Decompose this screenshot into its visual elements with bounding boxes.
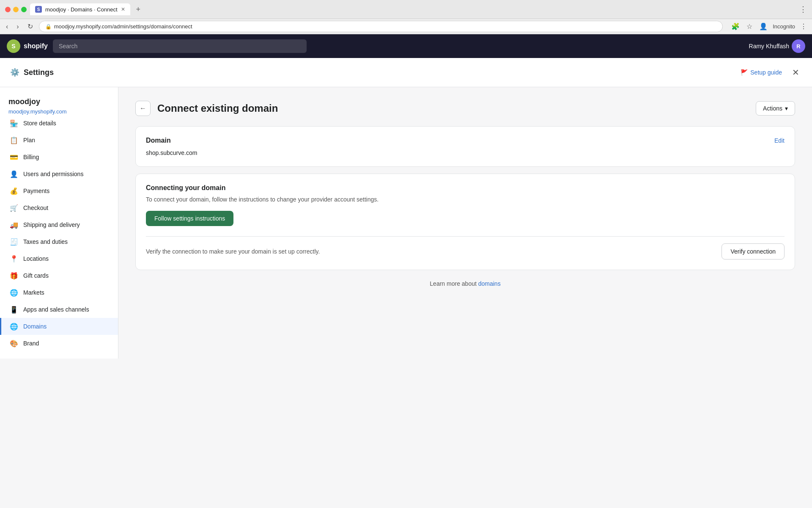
reload-btn[interactable]: ↻ — [25, 21, 36, 32]
apps-icon: 📱 — [10, 305, 18, 314]
sidebar-item-label: Plan — [23, 137, 35, 144]
connecting-section-title: Connecting your domain — [146, 184, 785, 192]
lock-icon: 🔒 — [45, 24, 52, 30]
billing-icon: 💳 — [10, 153, 18, 161]
verify-description: Verify the connection to make sure your … — [146, 247, 320, 256]
sidebar-item-taxes-duties[interactable]: 🧾 Taxes and duties — [0, 233, 118, 250]
learn-more-section: Learn more about domains — [135, 280, 795, 287]
new-tab-btn[interactable]: + — [134, 4, 143, 15]
sidebar-item-domains[interactable]: 🌐 Domains — [0, 318, 118, 335]
sidebar-item-checkout[interactable]: 🛒 Checkout — [0, 199, 118, 216]
domain-value: shop.subcurve.com — [146, 149, 785, 156]
profile-btn[interactable]: 👤 — [757, 21, 769, 32]
actions-button[interactable]: Actions ▾ — [756, 101, 795, 116]
sidebar-item-label: Shipping and delivery — [23, 221, 80, 228]
back-nav-btn[interactable]: ‹ — [3, 21, 11, 32]
page-header: ← Connect existing domain Actions ▾ — [135, 101, 795, 116]
users-icon: 👤 — [10, 170, 18, 178]
sidebar-item-users-permissions[interactable]: 👤 Users and permissions — [0, 166, 118, 182]
taxes-icon: 🧾 — [10, 237, 18, 246]
domain-card-title: Domain — [146, 137, 171, 144]
shopify-user: Ramy Khuffash R — [749, 39, 805, 53]
bookmark-btn[interactable]: ☆ — [745, 21, 754, 32]
sidebar-item-billing[interactable]: 💳 Billing — [0, 149, 118, 166]
browser-chrome: S moodjoy · Domains · Connect ✕ + ⋮ ‹ › … — [0, 0, 812, 34]
forward-nav-btn[interactable]: › — [14, 21, 21, 32]
sidebar-item-label: Checkout — [23, 204, 48, 211]
page-title: Connect existing domain — [157, 102, 756, 114]
domains-icon: 🌐 — [10, 322, 18, 331]
user-name: Ramy Khuffash — [749, 43, 789, 50]
tab-title: moodjoy · Domains · Connect — [45, 6, 118, 13]
close-settings-btn[interactable]: ✕ — [790, 65, 802, 80]
sidebar-item-apps-sales[interactable]: 📱 Apps and sales channels — [0, 301, 118, 318]
shopify-logo: S shopify — [7, 39, 48, 53]
more-btn[interactable]: ⋮ — [798, 21, 809, 32]
minimize-window-btn[interactable] — [13, 7, 19, 12]
sidebar-item-label: Users and permissions — [23, 171, 83, 177]
shopify-logo-text: shopify — [24, 42, 48, 50]
store-details-icon: 🏪 — [10, 119, 18, 127]
shipping-icon: 🚚 — [10, 221, 18, 229]
browser-tab[interactable]: S moodjoy · Domains · Connect ✕ — [30, 3, 130, 15]
address-bar[interactable]: 🔒 moodjoy.myshopify.com/admin/settings/d… — [39, 21, 723, 32]
plan-icon: 📋 — [10, 136, 18, 144]
sidebar-item-label: Markets — [23, 289, 44, 296]
settings-body: moodjoy moodjoy.myshopify.com 🏪 Store de… — [0, 87, 812, 359]
sidebar-item-locations[interactable]: 📍 Locations — [0, 250, 118, 267]
learn-more-link[interactable]: domains — [478, 280, 501, 287]
sidebar-item-brand[interactable]: 🎨 Brand — [0, 335, 118, 352]
sidebar-item-label: Store details — [23, 120, 56, 127]
favicon: S — [35, 6, 42, 13]
shopify-logo-icon: S — [7, 39, 20, 53]
settings-header: ⚙️ Settings 🚩 Setup guide ✕ — [0, 58, 812, 87]
url-text: moodjoy.myshopify.com/admin/settings/dom… — [54, 23, 192, 30]
sidebar-item-plan[interactable]: 📋 Plan — [0, 132, 118, 149]
shopify-header: S shopify Ramy Khuffash R — [0, 34, 812, 58]
verify-connection-btn[interactable]: Verify connection — [721, 243, 785, 260]
locations-icon: 📍 — [10, 254, 18, 263]
actions-label: Actions — [763, 105, 782, 112]
edit-domain-btn[interactable]: Edit — [774, 137, 785, 144]
actions-chevron-icon: ▾ — [785, 105, 788, 112]
follow-settings-btn[interactable]: Follow settings instructions — [146, 211, 233, 226]
sidebar-item-label: Domains — [23, 323, 47, 330]
brand-icon: 🎨 — [10, 339, 18, 348]
sidebar-item-label: Payments — [23, 188, 49, 194]
flag-icon: 🚩 — [741, 69, 748, 76]
sidebar-item-shipping-delivery[interactable]: 🚚 Shipping and delivery — [0, 216, 118, 233]
tab-close-btn[interactable]: ✕ — [121, 6, 125, 12]
sidebar-item-label: Taxes and duties — [23, 238, 68, 245]
connecting-description: To connect your domain, follow the instr… — [146, 195, 785, 204]
gift-cards-icon: 🎁 — [10, 271, 18, 280]
sidebar-item-payments[interactable]: 💰 Payments — [0, 182, 118, 199]
setup-guide-label: Setup guide — [750, 69, 782, 76]
sidebar-item-label: Apps and sales channels — [23, 306, 89, 313]
browser-toolbar: 🧩 ☆ 👤 Incognito ⋮ — [730, 21, 809, 32]
sidebar-item-label: Billing — [23, 154, 39, 160]
maximize-window-btn[interactable] — [21, 7, 27, 12]
settings-modal: ⚙️ Settings 🚩 Setup guide ✕ moodjoy mood… — [0, 58, 812, 359]
domain-card: Domain Edit shop.subcurve.com — [135, 126, 795, 167]
sidebar-item-label: Brand — [23, 340, 39, 347]
learn-more-prefix: Learn more about — [430, 280, 478, 287]
store-name: moodjoy — [0, 94, 118, 108]
setup-guide-btn[interactable]: 🚩 Setup guide — [736, 66, 786, 78]
shopify-search-input[interactable] — [53, 39, 307, 53]
close-window-btn[interactable] — [5, 7, 11, 12]
back-button[interactable]: ← — [135, 101, 151, 116]
extensions-btn[interactable]: 🧩 — [730, 21, 741, 32]
sidebar-item-label: Gift cards — [23, 272, 49, 279]
user-avatar: R — [792, 39, 805, 53]
sidebar: moodjoy moodjoy.myshopify.com 🏪 Store de… — [0, 87, 118, 359]
settings-title: Settings — [24, 68, 54, 77]
payments-icon: 💰 — [10, 187, 18, 195]
incognito-label: Incognito — [773, 23, 795, 30]
verify-section: Verify the connection to make sure your … — [146, 236, 785, 260]
browser-menu-icon[interactable]: ⋮ — [799, 5, 807, 14]
connecting-domain-card: Connecting your domain To connect your d… — [135, 174, 795, 270]
sidebar-item-gift-cards[interactable]: 🎁 Gift cards — [0, 267, 118, 284]
markets-icon: 🌐 — [10, 288, 18, 297]
gear-icon: ⚙️ — [10, 68, 19, 77]
sidebar-item-markets[interactable]: 🌐 Markets — [0, 284, 118, 301]
